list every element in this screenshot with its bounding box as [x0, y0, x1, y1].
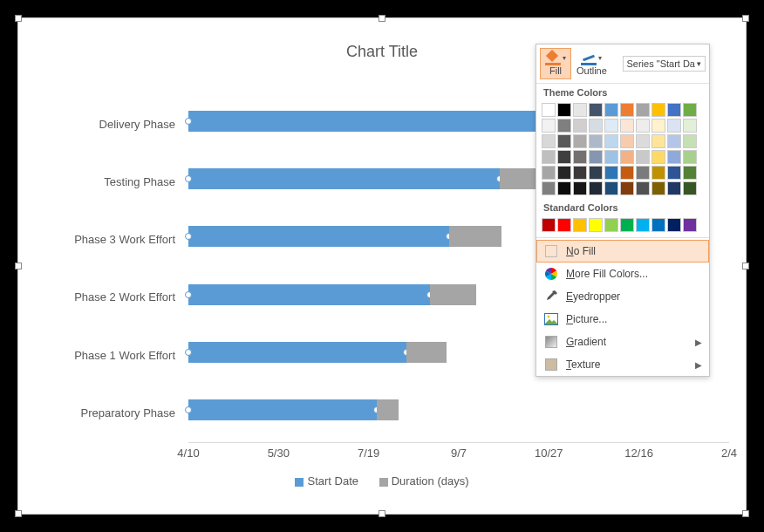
color-swatch[interactable] [573, 150, 587, 164]
color-swatch[interactable] [667, 103, 681, 117]
color-swatch[interactable] [557, 218, 571, 232]
color-swatch[interactable] [620, 150, 634, 164]
eyedropper-menu-item[interactable]: Eyedropper [536, 285, 709, 308]
color-swatch[interactable] [604, 150, 618, 164]
color-swatch[interactable] [557, 150, 571, 164]
color-swatch[interactable] [573, 103, 587, 117]
color-swatch[interactable] [589, 166, 603, 180]
chart-legend[interactable]: Start Date Duration (days) [18, 474, 746, 488]
texture-menu-item[interactable]: Texture ▶ [536, 353, 709, 376]
color-swatch[interactable] [620, 103, 634, 117]
color-swatch[interactable] [604, 166, 618, 180]
color-swatch[interactable] [542, 103, 556, 117]
color-swatch[interactable] [604, 181, 618, 195]
gradient-menu-item[interactable]: Gradient ▶ [536, 331, 709, 353]
bar-duration[interactable] [449, 226, 501, 247]
color-swatch[interactable] [651, 119, 665, 133]
color-swatch[interactable] [636, 119, 650, 133]
y-axis-label: Phase 3 Work Effort [74, 233, 175, 246]
more-fill-colors-menu-item[interactable]: More Fill Colors... [536, 263, 709, 285]
color-swatch[interactable] [542, 119, 556, 133]
color-swatch[interactable] [651, 218, 665, 232]
color-swatch[interactable] [651, 150, 665, 164]
color-swatch[interactable] [636, 134, 650, 148]
color-swatch[interactable] [683, 103, 697, 117]
selection-handle[interactable] [379, 510, 385, 517]
selection-handle[interactable] [742, 510, 749, 517]
color-swatch[interactable] [620, 119, 634, 133]
color-swatch[interactable] [667, 166, 681, 180]
selection-handle[interactable] [15, 510, 22, 517]
color-swatch[interactable] [667, 150, 681, 164]
color-swatch[interactable] [589, 134, 603, 148]
color-swatch[interactable] [557, 119, 571, 133]
color-swatch[interactable] [636, 166, 650, 180]
color-swatch[interactable] [636, 103, 650, 117]
color-swatch[interactable] [589, 103, 603, 117]
selection-handle[interactable] [15, 15, 22, 22]
bar-start-date[interactable] [188, 226, 449, 247]
bar-duration[interactable] [430, 284, 476, 305]
color-swatch[interactable] [573, 181, 587, 195]
selection-handle[interactable] [379, 15, 385, 22]
color-swatch[interactable] [683, 134, 697, 148]
color-swatch[interactable] [589, 150, 603, 164]
color-swatch[interactable] [667, 181, 681, 195]
color-swatch[interactable] [542, 181, 556, 195]
color-swatch[interactable] [573, 134, 587, 148]
bar-duration[interactable] [406, 342, 446, 363]
color-swatch[interactable] [604, 134, 618, 148]
no-fill-menu-item[interactable]: NNo Fillo Fill [536, 240, 709, 263]
selection-handle[interactable] [742, 15, 749, 22]
color-swatch[interactable] [683, 119, 697, 133]
color-swatch[interactable] [589, 218, 603, 232]
color-swatch[interactable] [620, 166, 634, 180]
bar-start-date[interactable] [188, 168, 500, 189]
bar-start-date[interactable] [188, 342, 406, 363]
color-swatch[interactable] [667, 218, 681, 232]
color-swatch[interactable] [667, 119, 681, 133]
color-swatch[interactable] [589, 119, 603, 133]
color-swatch[interactable] [573, 218, 587, 232]
bar-start-date[interactable] [188, 284, 430, 305]
color-swatch[interactable] [651, 134, 665, 148]
color-swatch[interactable] [620, 181, 634, 195]
x-axis-tick: 2/4 [721, 447, 737, 460]
color-swatch[interactable] [683, 181, 697, 195]
color-swatch[interactable] [557, 181, 571, 195]
bar-duration[interactable] [377, 399, 399, 420]
color-swatch[interactable] [636, 218, 650, 232]
color-swatch[interactable] [683, 218, 697, 232]
color-swatch[interactable] [636, 150, 650, 164]
color-swatch[interactable] [604, 218, 618, 232]
color-swatch[interactable] [557, 103, 571, 117]
color-swatch[interactable] [651, 103, 665, 117]
color-swatch[interactable] [620, 218, 634, 232]
color-swatch[interactable] [573, 166, 587, 180]
picture-menu-item[interactable]: Picture... [536, 308, 709, 331]
color-swatch[interactable] [620, 134, 634, 148]
color-swatch[interactable] [604, 119, 618, 133]
color-swatch[interactable] [573, 119, 587, 133]
chart-element-selector[interactable]: Series "Start Da [623, 56, 706, 72]
color-swatch[interactable] [683, 166, 697, 180]
format-mini-toolbar[interactable]: ▾ Fill ▾ Outline Series "Start Da Theme … [535, 44, 710, 377]
y-axis-label: Testing Phase [104, 174, 175, 188]
outline-button[interactable]: ▾ Outline [571, 48, 612, 79]
color-swatch[interactable] [651, 181, 665, 195]
color-swatch[interactable] [683, 150, 697, 164]
bar-start-date[interactable] [188, 111, 548, 132]
color-swatch[interactable] [542, 134, 556, 148]
bar-start-date[interactable] [188, 399, 377, 420]
color-swatch[interactable] [604, 103, 618, 117]
color-swatch[interactable] [542, 150, 556, 164]
color-swatch[interactable] [542, 166, 556, 180]
color-swatch[interactable] [557, 166, 571, 180]
color-swatch[interactable] [542, 218, 556, 232]
color-swatch[interactable] [636, 181, 650, 195]
color-swatch[interactable] [589, 181, 603, 195]
color-swatch[interactable] [651, 166, 665, 180]
color-swatch[interactable] [557, 134, 571, 148]
fill-button[interactable]: ▾ Fill [540, 48, 571, 79]
color-swatch[interactable] [667, 134, 681, 148]
